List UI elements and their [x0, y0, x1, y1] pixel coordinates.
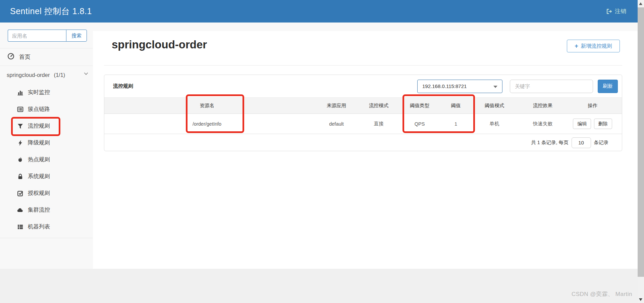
bolt-icon — [17, 140, 23, 146]
th-list-icon — [17, 224, 23, 230]
lock-icon — [17, 173, 23, 180]
sign-out-icon — [606, 8, 612, 15]
check-square-icon — [17, 190, 23, 197]
scrollbar-thumb[interactable] — [638, 7, 644, 277]
app-brand-title: Sentinel 控制台 1.8.1 — [10, 6, 92, 17]
sidebar-item-authority-rules[interactable]: 授权规则 — [0, 185, 93, 202]
sidebar-app-name: springcloud-order — [7, 72, 50, 78]
screen: Sentinel 控制台 1.8.1 注销 搜索 首页 springcloud-… — [0, 0, 644, 303]
app-search-input[interactable] — [8, 30, 66, 42]
col-resource: 资源名 — [104, 98, 310, 114]
title-divider — [104, 65, 622, 66]
pagination-summary-suffix: 条记录 — [594, 139, 609, 146]
app-search-button[interactable]: 搜索 — [66, 30, 87, 42]
scroll-down-arrow-icon[interactable] — [639, 298, 642, 301]
footer-area: CSDN @奕霖、 Martin — [0, 269, 638, 303]
refresh-button[interactable]: 刷新 — [598, 80, 618, 93]
page-background-strip — [0, 23, 638, 31]
cell-resource: /order/getInfo — [104, 114, 310, 134]
cell-actions: 编辑 删除 — [563, 114, 622, 134]
sidebar-item-label: 热点规则 — [28, 156, 50, 163]
sidebar-item-machine-list[interactable]: 机器列表 — [0, 218, 93, 235]
sidebar: 搜索 首页 springcloud-order (1/1) 实时监控 — [0, 23, 93, 269]
col-threshold: 阈值 — [445, 98, 467, 114]
cell-threshold-mode: 单机 — [467, 114, 522, 134]
table-header-row: 资源名 来源应用 流控模式 阈值类型 阈值 阈值模式 流控效果 操作 — [104, 98, 622, 114]
sidebar-app-count: (1/1) — [54, 72, 65, 78]
sidebar-menu: 实时监控 簇点链路 流控规则 降级规则 — [0, 84, 93, 235]
delete-button[interactable]: 删除 — [594, 119, 612, 129]
col-threshold-mode: 阈值模式 — [467, 98, 522, 114]
sidebar-item-degrade-rules[interactable]: 降级规则 — [0, 134, 93, 151]
keyword-input[interactable] — [510, 80, 593, 93]
col-flow-mode: 流控模式 — [363, 98, 394, 114]
sidebar-item-cluster-flow[interactable]: 集群流控 — [0, 202, 93, 218]
bar-chart-icon — [17, 89, 23, 96]
top-navbar: Sentinel 控制台 1.8.1 注销 — [0, 0, 638, 23]
page-title: springcloud-order — [112, 38, 207, 51]
panel-toolbar: 192.168.0.115:8721 刷新 — [417, 80, 618, 93]
cell-threshold: 1 — [445, 114, 467, 134]
sidebar-item-label: 机器列表 — [28, 223, 50, 230]
cell-flow-mode: 直接 — [363, 114, 394, 134]
sidebar-item-label: 降级规则 — [28, 139, 50, 146]
col-actions: 操作 — [563, 98, 622, 114]
sidebar-item-param-rules[interactable]: 热点规则 — [0, 151, 93, 168]
cloud-icon — [17, 207, 23, 213]
sidebar-item-label: 实时监控 — [28, 89, 50, 96]
gauge-icon — [7, 53, 14, 61]
panel-title: 流控规则 — [113, 83, 133, 89]
sidebar-item-flow-rules[interactable]: 流控规则 — [0, 118, 93, 134]
sidebar-item-home[interactable]: 首页 — [0, 48, 93, 66]
sidebar-item-realtime-monitor[interactable]: 实时监控 — [0, 84, 93, 101]
watermark-text: CSDN @奕霖、 Martin — [572, 290, 632, 298]
cell-threshold-type: QPS — [394, 114, 445, 134]
add-flow-rule-button[interactable]: + 新增流控规则 — [567, 40, 620, 52]
col-flow-effect: 流控效果 — [522, 98, 563, 114]
logout-label: 注销 — [615, 7, 626, 15]
filter-icon — [17, 123, 23, 129]
fire-icon — [17, 157, 23, 163]
flow-rules-table: 资源名 来源应用 流控模式 阈值类型 阈值 阈值模式 流控效果 操作 /orde… — [104, 97, 622, 134]
sidebar-bottom-divider — [0, 238, 93, 238]
cell-flow-effect: 快速失败 — [522, 114, 563, 134]
sidebar-home-label: 首页 — [19, 53, 31, 61]
sidebar-item-label: 簇点链路 — [28, 105, 50, 113]
app-search-group: 搜索 — [8, 30, 87, 42]
vertical-scrollbar[interactable] — [638, 0, 644, 303]
table-row: /order/getInfo default 直接 QPS 1 单机 快速失败 … — [104, 114, 622, 134]
col-threshold-type: 阈值类型 — [394, 98, 445, 114]
panel-heading: 流控规则 192.168.0.115:8721 刷新 — [104, 75, 622, 97]
sidebar-item-label: 集群流控 — [28, 206, 50, 214]
scroll-up-arrow-icon[interactable] — [639, 2, 642, 5]
sidebar-item-label: 授权规则 — [28, 189, 50, 197]
edit-button[interactable]: 编辑 — [573, 119, 591, 129]
add-flow-rule-label: 新增流控规则 — [581, 43, 612, 50]
page-size-input[interactable] — [572, 137, 591, 148]
sidebar-item-label: 流控规则 — [28, 122, 50, 130]
sidebar-app-toggle[interactable]: springcloud-order (1/1) — [0, 66, 93, 84]
plus-icon: + — [575, 43, 578, 49]
col-source-app: 来源应用 — [310, 98, 363, 114]
list-panel-icon — [17, 106, 23, 113]
sidebar-item-system-rules[interactable]: 系统规则 — [0, 168, 93, 185]
machine-select-value: 192.168.0.115:8721 — [422, 83, 467, 89]
chevron-down-icon — [84, 70, 88, 77]
pagination-bar: 共 1 条记录, 每页 条记录 — [104, 134, 622, 151]
cell-source-app: default — [310, 114, 363, 134]
sidebar-item-cluster-link[interactable]: 簇点链路 — [0, 101, 93, 118]
flow-rules-panel: 流控规则 192.168.0.115:8721 刷新 资源名 来源应用 流控模式 — [104, 75, 622, 151]
sidebar-item-label: 系统规则 — [28, 173, 50, 180]
pagination-summary-prefix: 共 1 条记录, 每页 — [531, 139, 568, 146]
logout-link[interactable]: 注销 — [606, 7, 626, 15]
machine-select[interactable]: 192.168.0.115:8721 — [417, 80, 502, 93]
caret-down-icon — [493, 86, 497, 88]
